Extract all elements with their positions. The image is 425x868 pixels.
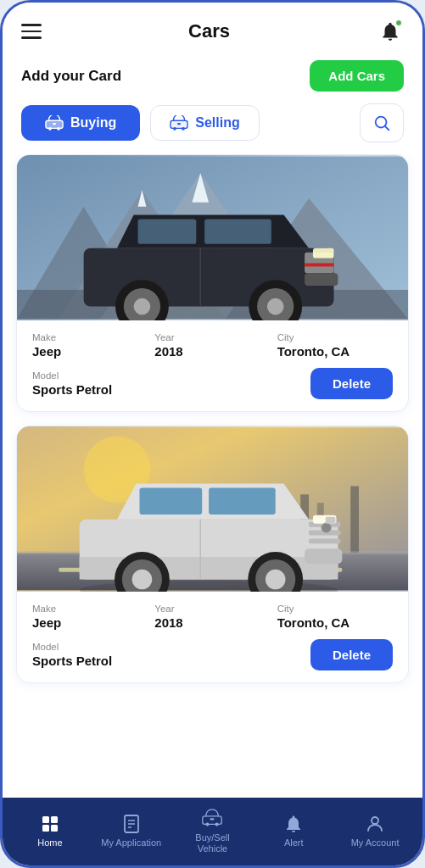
- add-cars-button[interactable]: Add Cars: [310, 60, 404, 92]
- svg-rect-29: [305, 273, 338, 286]
- svg-rect-22: [313, 248, 334, 259]
- add-card-label: Add your Card: [21, 68, 121, 85]
- svg-rect-64: [42, 825, 49, 832]
- page-title: Cars: [188, 20, 230, 42]
- add-card-row: Add your Card Add Cars: [3, 55, 422, 103]
- selling-tab-label: Selling: [195, 115, 239, 131]
- svg-point-25: [134, 298, 151, 315]
- city-item-2: City Toronto, CA: [277, 604, 393, 631]
- svg-point-71: [206, 822, 210, 826]
- nav-alert[interactable]: Alert: [253, 809, 334, 854]
- delete-button-1[interactable]: Delete: [310, 368, 393, 399]
- search-button[interactable]: [360, 103, 404, 142]
- svg-point-72: [215, 822, 219, 826]
- cars-list: Make Jeep Year 2018 City Toronto, CA Mod…: [3, 154, 422, 798]
- nav-alert-label: Alert: [284, 837, 304, 849]
- svg-rect-46: [139, 487, 202, 514]
- svg-rect-52: [305, 548, 342, 564]
- svg-point-53: [322, 523, 332, 533]
- notification-dot: [395, 19, 402, 26]
- model-item-1: Model Sports Petrol: [32, 370, 112, 398]
- svg-rect-47: [209, 487, 276, 514]
- svg-point-5: [173, 127, 176, 131]
- svg-rect-50: [309, 538, 340, 543]
- car-image-2: [17, 426, 408, 592]
- car-card-2: Make Jeep Year 2018 City Toronto, CA Mod…: [16, 426, 409, 683]
- car-card-1: Make Jeep Year 2018 City Toronto, CA Mod…: [16, 154, 409, 412]
- svg-line-9: [385, 126, 389, 130]
- svg-rect-7: [177, 123, 181, 125]
- svg-rect-65: [51, 825, 58, 832]
- nav-vehicle[interactable]: Buy/Sell Vehicle: [172, 804, 254, 860]
- svg-rect-62: [42, 816, 49, 823]
- bottom-navigation: Home My Application Buy/Sell Vehicle: [3, 798, 422, 865]
- svg-rect-20: [204, 219, 271, 243]
- menu-button[interactable]: [21, 24, 42, 39]
- nav-account-label: My Account: [351, 837, 400, 849]
- svg-rect-19: [138, 219, 197, 243]
- svg-rect-73: [210, 818, 215, 820]
- car-image-1: [17, 155, 408, 320]
- city-item-1: City Toronto, CA: [277, 332, 393, 359]
- svg-rect-30: [305, 263, 333, 266]
- nav-vehicle-label: Buy/Sell Vehicle: [181, 832, 245, 854]
- nav-account[interactable]: My Account: [334, 809, 416, 854]
- svg-rect-61: [326, 517, 336, 524]
- year-item-2: Year 2018: [154, 604, 270, 631]
- tab-selling[interactable]: Selling: [150, 105, 259, 141]
- year-item-1: Year 2018: [154, 332, 270, 359]
- svg-point-56: [132, 570, 153, 590]
- svg-point-1: [48, 127, 52, 131]
- svg-rect-3: [53, 123, 56, 125]
- model-item-2: Model Sports Petrol: [32, 642, 112, 669]
- svg-point-2: [57, 127, 60, 131]
- nav-application-label: My Application: [101, 837, 161, 849]
- svg-point-6: [182, 127, 185, 131]
- svg-point-74: [372, 817, 378, 824]
- tab-buying[interactable]: Buying: [21, 105, 140, 141]
- svg-point-28: [267, 298, 284, 315]
- header: Cars: [3, 3, 422, 55]
- svg-rect-63: [51, 816, 58, 823]
- svg-point-59: [266, 570, 286, 590]
- car-info-1: Make Jeep Year 2018 City Toronto, CA Mod…: [17, 320, 408, 411]
- svg-rect-35: [350, 486, 359, 560]
- nav-home-label: Home: [37, 837, 62, 849]
- nav-application[interactable]: My Application: [91, 809, 172, 854]
- make-item-1: Make Jeep: [32, 332, 148, 359]
- buying-tab-label: Buying: [70, 115, 116, 131]
- delete-button-2[interactable]: Delete: [310, 639, 393, 670]
- nav-home[interactable]: Home: [9, 809, 91, 854]
- notification-bell[interactable]: [377, 18, 404, 45]
- make-item-2: Make Jeep: [32, 604, 148, 631]
- tab-row: Buying Selling: [3, 103, 422, 154]
- car-info-2: Make Jeep Year 2018 City Toronto, CA Mod…: [17, 592, 408, 682]
